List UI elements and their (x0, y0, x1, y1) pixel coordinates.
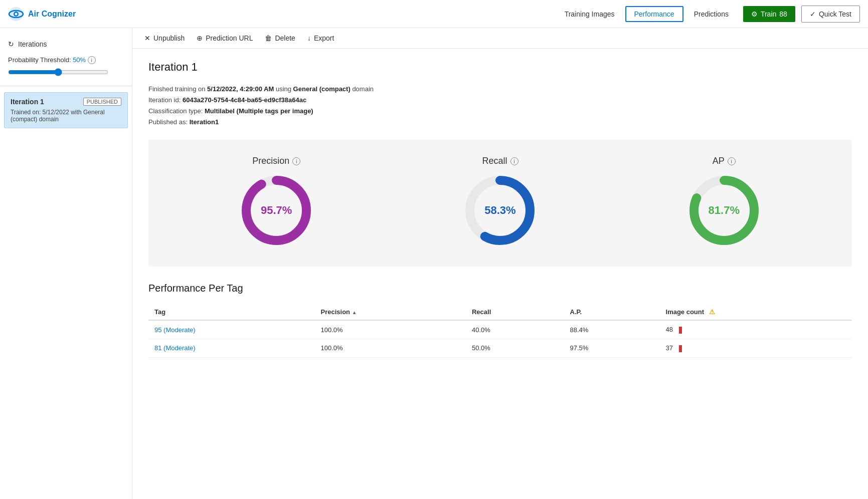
prediction-url-button[interactable]: ⊕ Prediction URL (197, 34, 253, 42)
iteration-card-subtitle: Trained on: 5/12/2022 with General (comp… (11, 109, 121, 123)
iteration-card[interactable]: Iteration 1 PUBLISHED Trained on: 5/12/2… (4, 92, 128, 128)
col-tag: Tag (148, 304, 315, 320)
main-layout: ↻ Iterations Probability Threshold: 50% … (0, 28, 868, 499)
train-label: Train (761, 10, 776, 18)
iteration-title: Iteration 1 (148, 61, 852, 74)
sidebar: ↻ Iterations Probability Threshold: 50% … (0, 28, 132, 499)
iteration-meta: Finished training on 5/12/2022, 4:29:00 … (148, 84, 852, 128)
recall-value: 58.3% (484, 204, 515, 217)
metric-precision: Precision i 95.7% (236, 156, 316, 251)
meta-type-line: Classification type: Multilabel (Multipl… (148, 106, 852, 117)
table-header: Tag Precision Recall A.P. Image count ⚠ (148, 304, 852, 320)
table-body: 95 (Moderate) 100.0% 40.0% 88.4% 48 81 (… (148, 320, 852, 357)
delete-button[interactable]: 🗑 Delete (265, 34, 295, 42)
train-button[interactable]: ⚙ Train 88 (743, 6, 795, 22)
probability-info-icon[interactable]: i (88, 56, 96, 64)
meta-published-line: Published as: Iteration1 (148, 117, 852, 128)
cell-ap-0: 88.4% (564, 320, 660, 339)
metrics-container: Precision i 95.7% Recall (148, 140, 852, 267)
metric-ap: AP i 81.7% (684, 156, 764, 251)
col-precision[interactable]: Precision (315, 304, 466, 320)
ap-chart: 81.7% (684, 170, 764, 251)
check-icon: ✓ (810, 10, 816, 18)
meta-training-line: Finished training on 5/12/2022, 4:29:00 … (148, 84, 852, 95)
col-recall: Recall (466, 304, 564, 320)
unpublish-label: Unpublish (153, 34, 185, 42)
recall-info-icon[interactable]: i (510, 157, 518, 165)
prediction-url-label: Prediction URL (206, 34, 253, 42)
col-ap: A.P. (564, 304, 660, 320)
cell-image-count-1: 37 (660, 339, 852, 357)
app-title: Air Cognizer (28, 10, 76, 19)
image-count-warning-icon: ⚠ (709, 308, 715, 316)
precision-chart: 95.7% (236, 170, 316, 251)
ap-info-icon[interactable]: i (728, 157, 736, 165)
nav-performance[interactable]: Performance (625, 6, 683, 22)
delete-label: Delete (275, 34, 295, 42)
published-badge: PUBLISHED (83, 98, 121, 106)
ap-label: AP i (713, 156, 736, 166)
image-count-bar-1 (679, 345, 682, 352)
export-button[interactable]: ↓ Export (307, 34, 334, 42)
col-image-count: Image count ⚠ (660, 304, 852, 320)
logo-icon (8, 6, 24, 22)
table-row: 95 (Moderate) 100.0% 40.0% 88.4% 48 (148, 320, 852, 339)
svg-point-3 (15, 13, 18, 15)
probability-value: 50% (73, 56, 86, 64)
export-label: Export (314, 34, 334, 42)
recall-chart: 58.3% (460, 170, 540, 251)
probability-section: Probability Threshold: 50% i (0, 52, 132, 86)
image-count-bar-0 (679, 327, 682, 334)
app-logo: Air Cognizer (8, 6, 550, 22)
cell-ap-1: 97.5% (564, 339, 660, 357)
cell-precision-1: 100.0% (315, 339, 466, 357)
sidebar-iterations[interactable]: ↻ Iterations (0, 36, 132, 52)
quick-test-button[interactable]: ✓ Quick Test (801, 6, 860, 23)
toolbar: ✕ Unpublish ⊕ Prediction URL 🗑 Delete ↓ … (132, 28, 868, 49)
metric-recall: Recall i 58.3% (460, 156, 540, 251)
performance-per-tag-title: Performance Per Tag (148, 283, 852, 294)
cell-recall-0: 40.0% (466, 320, 564, 339)
iterations-icon: ↻ (8, 40, 14, 48)
export-icon: ↓ (307, 34, 311, 42)
precision-info-icon[interactable]: i (292, 157, 300, 165)
tag-link-0[interactable]: 95 (Moderate) (154, 326, 196, 334)
probability-slider[interactable] (8, 68, 108, 76)
precision-value: 95.7% (261, 204, 292, 217)
performance-table: Tag Precision Recall A.P. Image count ⚠ (148, 304, 852, 357)
iteration-card-header: Iteration 1 PUBLISHED (11, 98, 121, 106)
probability-label: Probability Threshold: 50% i (8, 56, 124, 64)
delete-icon: 🗑 (265, 34, 272, 42)
gear-icon: ⚙ (751, 10, 758, 18)
train-number: 88 (779, 10, 787, 18)
cell-image-count-0: 48 (660, 320, 852, 339)
cell-tag-1: 81 (Moderate) (148, 339, 315, 357)
cell-tag-0: 95 (Moderate) (148, 320, 315, 339)
unpublish-button[interactable]: ✕ Unpublish (144, 34, 185, 42)
iterations-label: Iterations (18, 40, 47, 48)
iteration-card-title: Iteration 1 (11, 98, 44, 106)
nav-training-images[interactable]: Training Images (556, 7, 623, 22)
unpublish-icon: ✕ (144, 34, 150, 42)
recall-label: Recall i (482, 156, 518, 166)
globe-icon: ⊕ (197, 34, 203, 42)
table-row: 81 (Moderate) 100.0% 50.0% 97.5% 37 (148, 339, 852, 357)
main-nav: Training Images Performance Predictions (556, 6, 737, 22)
cell-recall-1: 50.0% (466, 339, 564, 357)
header: Air Cognizer Training Images Performance… (0, 0, 868, 28)
content-body: Iteration 1 Finished training on 5/12/20… (132, 49, 868, 370)
content-area: ✕ Unpublish ⊕ Prediction URL 🗑 Delete ↓ … (132, 28, 868, 499)
meta-id-line: Iteration id: 6043a270-5754-4c84-ba65-ed… (148, 95, 852, 106)
precision-label: Precision i (252, 156, 300, 166)
quick-test-label: Quick Test (819, 10, 851, 18)
ap-value: 81.7% (709, 204, 740, 217)
tag-link-1[interactable]: 81 (Moderate) (154, 344, 196, 352)
cell-precision-0: 100.0% (315, 320, 466, 339)
nav-predictions[interactable]: Predictions (685, 7, 737, 22)
